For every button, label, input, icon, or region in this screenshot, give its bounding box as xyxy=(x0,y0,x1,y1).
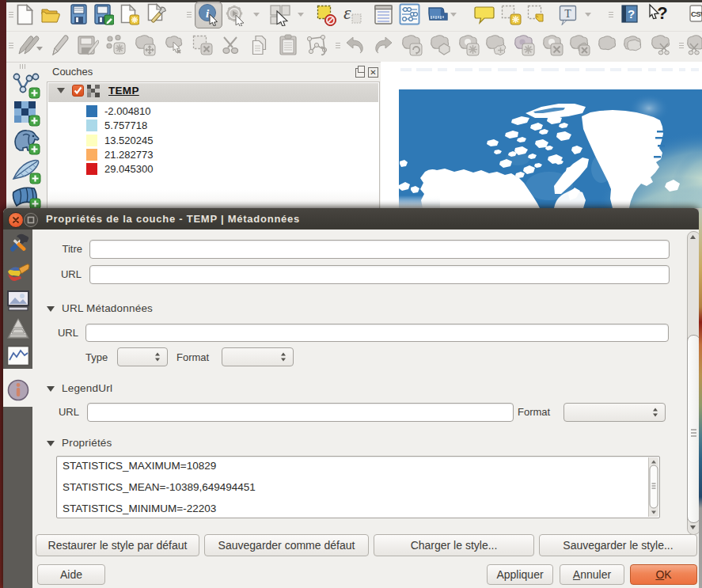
svg-text:?: ? xyxy=(628,7,635,21)
svg-text:ε: ε xyxy=(343,5,351,23)
svg-text:T: T xyxy=(564,8,571,20)
svg-text:?: ? xyxy=(657,3,667,23)
svg-text:CSW: CSW xyxy=(691,9,702,18)
